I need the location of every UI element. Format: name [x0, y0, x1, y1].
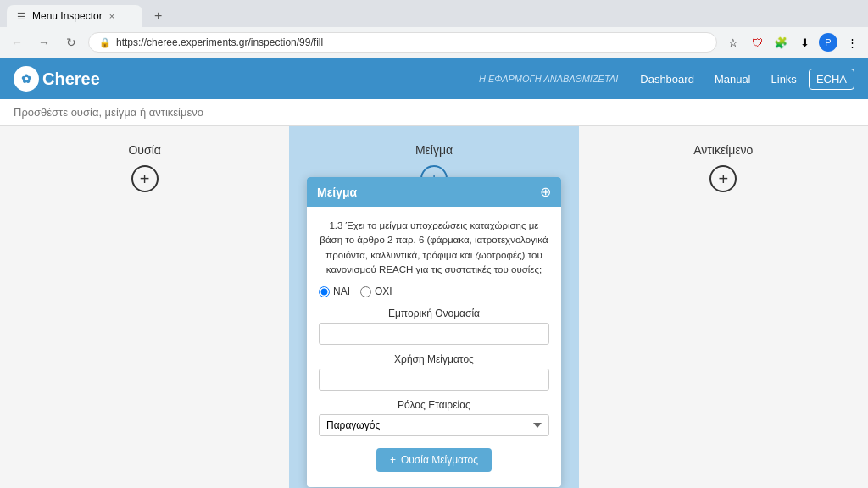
download-icon[interactable]: ⬇: [795, 33, 814, 52]
mixture-modal: Μείγμα ⊕ 1.3 Έχει το μείγμα υποχρεώσεις …: [307, 177, 561, 487]
role-group: Ρόλος Εταιρείας Παραγωγός: [319, 399, 549, 436]
substance-mixture-button[interactable]: + Ουσία Μείγματος: [376, 448, 492, 472]
object-title: Αντικείμενο: [596, 143, 851, 157]
manual-button[interactable]: Manual: [706, 68, 760, 91]
main-content: Ουσία + Μείγμα + Μείγμα ⊕ 1.3 Έχει το με…: [0, 126, 868, 488]
back-button[interactable]: ←: [7, 32, 27, 53]
echa-button[interactable]: ECHA: [809, 69, 854, 90]
header-right: Η ΕΦΑΡΜΟΓΗ ΑΝΑΒΑΘΜΙΖΕΤΑΙ Dashboard Manua…: [479, 68, 854, 91]
usage-input[interactable]: [319, 369, 549, 391]
dashboard-button[interactable]: Dashboard: [632, 68, 703, 91]
star-icon[interactable]: ☆: [724, 33, 743, 52]
yes-text: ΝΑΙ: [333, 286, 350, 297]
browser-controls: ← → ↻ 🔒 ☆ 🛡 🧩 ⬇ P ⋮: [0, 27, 868, 58]
browser-chrome: ☰ Menu Inspector × + ← → ↻ 🔒 ☆ 🛡 🧩 ⬇ P ⋮: [0, 0, 868, 58]
modal-title: Μείγμα: [317, 186, 357, 199]
substance-area: Ουσία +: [0, 126, 289, 488]
tab-bar: ☰ Menu Inspector × +: [0, 0, 868, 27]
new-tab-button[interactable]: +: [147, 5, 169, 27]
logo-icon: ✿: [14, 66, 39, 92]
modal-body: 1.3 Έχει το μείγμα υποχρεώσεις καταχώρισ…: [307, 207, 561, 487]
add-substance-button[interactable]: +: [131, 165, 159, 192]
menu-icon[interactable]: ⋮: [843, 33, 861, 52]
radio-no-label[interactable]: ΟΧΙ: [360, 286, 392, 297]
modal-close-button[interactable]: ⊕: [540, 184, 551, 200]
substance-title: Ουσία: [17, 143, 272, 157]
radio-no[interactable]: [360, 286, 371, 297]
forward-button[interactable]: →: [34, 32, 54, 53]
role-select[interactable]: Παραγωγός: [319, 414, 549, 436]
shield-icon[interactable]: 🛡: [748, 33, 766, 52]
trade-name-input[interactable]: [319, 323, 549, 345]
mixture-title: Μείγμα: [306, 143, 561, 157]
trade-name-group: Εμπορική Ονομασία: [319, 308, 549, 345]
object-area: Αντικείμενο +: [579, 126, 868, 488]
active-tab[interactable]: ☰ Menu Inspector ×: [7, 5, 142, 27]
reload-button[interactable]: ↻: [61, 32, 81, 53]
url-input[interactable]: [116, 36, 706, 48]
usage-group: Χρήση Μείγματος: [319, 353, 549, 391]
radio-yes-label[interactable]: ΝΑΙ: [319, 286, 350, 297]
radio-group: ΝΑΙ ΟΧΙ: [319, 286, 549, 297]
substance-button-icon: +: [390, 454, 396, 466]
usage-label: Χρήση Μείγματος: [319, 353, 549, 365]
tab-title: Menu Inspector: [32, 10, 103, 22]
tab-close-button[interactable]: ×: [109, 11, 114, 21]
links-button[interactable]: Links: [763, 68, 805, 91]
radio-yes[interactable]: [319, 286, 330, 297]
logo-area: ✿ Cheree: [14, 66, 100, 92]
tab-icon: ☰: [17, 11, 25, 22]
browser-icons: ☆ 🛡 🧩 ⬇ P ⋮: [724, 33, 861, 52]
header-notice: Η ΕΦΑΡΜΟΓΗ ΑΝΑΒΑΘΜΙΖΕΤΑΙ: [479, 74, 618, 84]
no-text: ΟΧΙ: [375, 286, 392, 297]
modal-body-text: 1.3 Έχει το μείγμα υποχρεώσεις καταχώρισ…: [319, 219, 549, 277]
trade-name-label: Εμπορική Ονομασία: [319, 308, 549, 319]
search-input[interactable]: [14, 106, 268, 119]
logo-text: Cheree: [42, 69, 100, 89]
app-header: ✿ Cheree Η ΕΦΑΡΜΟΓΗ ΑΝΑΒΑΘΜΙΖΕΤΑΙ Dashbo…: [0, 58, 868, 99]
profile-icon[interactable]: P: [819, 33, 837, 52]
role-label: Ρόλος Εταιρείας: [319, 399, 549, 411]
modal-header: Μείγμα ⊕: [307, 177, 561, 207]
extension-icon[interactable]: 🧩: [771, 33, 790, 52]
lock-icon: 🔒: [99, 37, 111, 48]
search-bar: [0, 99, 868, 126]
add-object-button[interactable]: +: [709, 165, 737, 192]
substance-button-label: Ουσία Μείγματος: [401, 454, 478, 466]
mixture-area: Μείγμα + Μείγμα ⊕ 1.3 Έχει το μείγμα υπο…: [289, 126, 578, 488]
address-bar: 🔒: [88, 32, 717, 53]
